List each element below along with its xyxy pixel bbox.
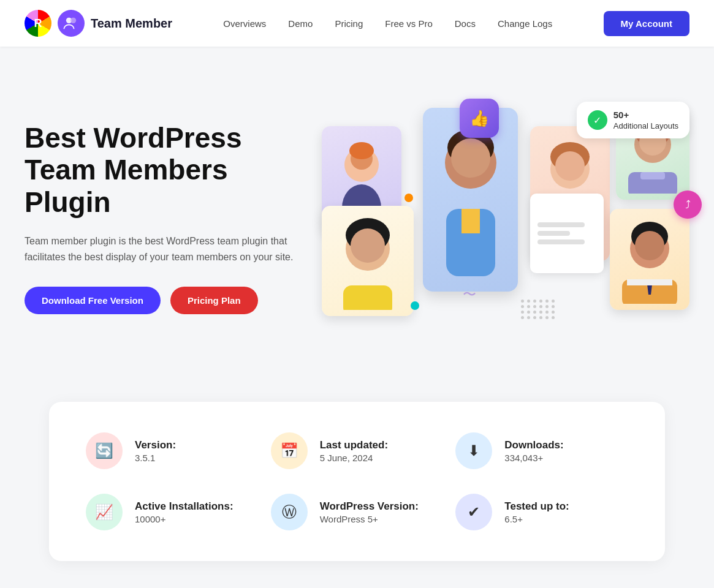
stat-icon-1: 📅 [271, 432, 308, 469]
svg-point-1 [70, 18, 76, 23]
svg-rect-10 [461, 209, 480, 233]
pricing-plan-button[interactable]: Pricing Plan [170, 287, 258, 314]
logo-r-icon: R [25, 10, 51, 37]
nav-demo[interactable]: Demo [288, 18, 313, 29]
stat-label-2: Downloads: [504, 439, 563, 451]
hero-title: Best WordPress Team Members Plugin [25, 122, 306, 219]
nav-free-vs-pro[interactable]: Free vs Pro [385, 18, 433, 29]
dot-orange [404, 194, 413, 202]
stat-text-1: Last updated:5 June, 2024 [320, 439, 388, 463]
stat-text-5: Tested up to:6.5+ [504, 500, 569, 524]
stat-text-2: Downloads:334,043+ [504, 439, 563, 463]
layouts-count: 50+ [613, 109, 678, 121]
stat-icon-0: 🔄 [86, 432, 123, 469]
logo-area: R Team Member [25, 10, 172, 37]
hero-illustration: 👍 ✓ 50+ Additional Layouts ⤴ [310, 108, 689, 328]
svg-point-4 [349, 142, 374, 159]
stat-icon-2: ⬇ [455, 432, 492, 469]
hero-description: Team member plugin is the best WordPress… [25, 233, 306, 265]
download-free-button[interactable]: Download Free Version [25, 287, 161, 314]
stat-value-2: 334,043+ [504, 453, 563, 463]
stat-item-2: ⬇Downloads:334,043+ [455, 432, 628, 469]
info-line-2 [537, 231, 570, 236]
stat-icon-3: 📈 [86, 494, 123, 530]
stat-label-4: WordPress Version: [320, 500, 419, 513]
stat-label-5: Tested up to: [504, 500, 569, 513]
layouts-badge: ✓ 50+ Additional Layouts [577, 102, 689, 138]
stat-value-4: WordPress 5+ [320, 514, 419, 524]
svg-rect-14 [343, 285, 392, 310]
stat-value-0: 3.5.1 [135, 453, 176, 463]
avatar-card-3 [322, 206, 414, 316]
hero-left: Best WordPress Team Members Plugin Team … [25, 122, 306, 315]
stat-label-1: Last updated: [320, 439, 388, 451]
stat-item-4: ⓌWordPress Version:WordPress 5+ [271, 494, 444, 530]
stat-item-0: 🔄Version:3.5.1 [86, 432, 259, 469]
info-card [530, 194, 604, 273]
stat-item-3: 📈Active Installations:10000+ [86, 494, 259, 530]
svg-rect-23 [640, 172, 665, 179]
stat-text-3: Active Installations:10000+ [135, 500, 234, 524]
thumbs-up-badge: 👍 [460, 99, 499, 138]
stat-value-3: 10000+ [135, 514, 234, 524]
svg-point-26 [635, 231, 664, 260]
info-line-1 [537, 222, 585, 227]
main-nav: Overviews Demo Pricing Free vs Pro Docs … [223, 18, 552, 29]
svg-rect-29 [627, 279, 672, 285]
logo-text: Team Member [91, 17, 172, 31]
site-header: R Team Member Overviews Demo Pricing Fre… [0, 0, 714, 47]
avatar-card-6 [610, 209, 689, 310]
stats-section: 🔄Version:3.5.1📅Last updated:5 June, 2024… [49, 402, 665, 561]
stat-icon-4: Ⓦ [271, 494, 308, 530]
share-badge: ⤴ [674, 190, 702, 219]
nav-pricing[interactable]: Pricing [335, 18, 363, 29]
info-line-3 [537, 239, 585, 244]
hero-buttons: Download Free Version Pricing Plan [25, 287, 306, 314]
stat-item-5: ✔Tested up to:6.5+ [455, 494, 628, 530]
svg-point-13 [351, 228, 385, 263]
svg-point-17 [555, 151, 585, 181]
my-account-button[interactable]: My Account [604, 11, 689, 36]
dots-grid-decoration [521, 300, 555, 319]
stat-text-0: Version:3.5.1 [135, 439, 176, 463]
nav-change-logs[interactable]: Change Logs [498, 18, 552, 29]
stat-item-1: 📅Last updated:5 June, 2024 [271, 432, 444, 469]
layouts-label: Additional Layouts [613, 121, 678, 130]
svg-point-8 [451, 138, 490, 178]
nav-overviews[interactable]: Overviews [223, 18, 266, 29]
squiggle-decoration: 〜 [463, 285, 476, 304]
logo-plugin-icon [58, 10, 85, 37]
stat-text-4: WordPress Version:WordPress 5+ [320, 500, 419, 524]
stat-value-5: 6.5+ [504, 514, 569, 524]
stat-value-1: 5 June, 2024 [320, 453, 388, 463]
stat-label-0: Version: [135, 439, 176, 451]
stat-icon-5: ✔ [455, 494, 492, 530]
hero-section: Best WordPress Team Members Plugin Team … [0, 47, 714, 402]
stat-label-3: Active Installations: [135, 500, 234, 513]
dot-teal [411, 301, 419, 310]
check-circle-icon: ✓ [588, 110, 607, 130]
nav-docs[interactable]: Docs [455, 18, 476, 29]
